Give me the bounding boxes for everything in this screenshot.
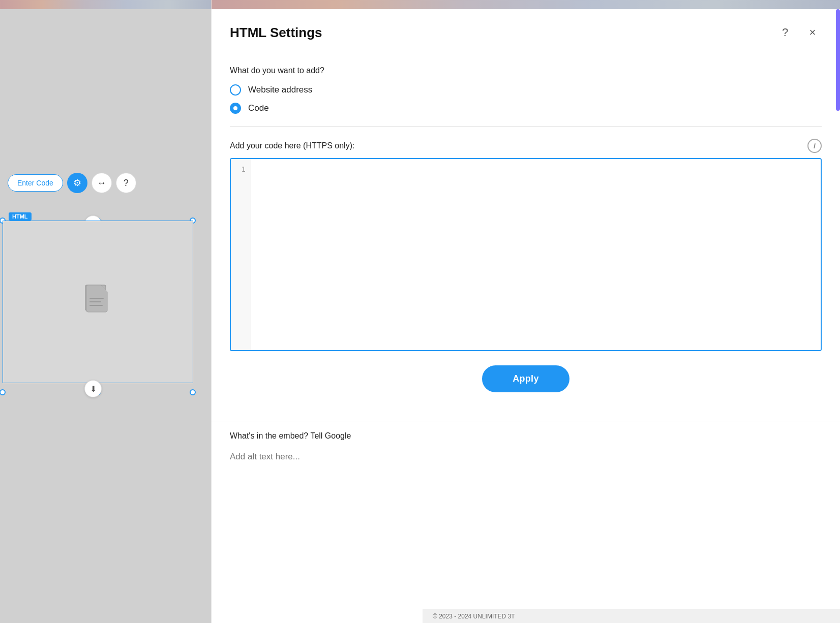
panel-header-icons: ? ×	[776, 23, 822, 42]
handle-bottom-left[interactable]	[0, 389, 6, 395]
radio-website-label: Website address	[248, 85, 312, 95]
radio-option-website[interactable]: Website address	[230, 84, 822, 96]
code-editor: 1	[230, 158, 822, 351]
radio-code-label: Code	[248, 103, 269, 113]
panel-header: HTML Settings ? ×	[212, 9, 840, 54]
panel-top-bar	[212, 0, 840, 9]
gear-icon: ⚙	[73, 177, 81, 189]
settings-panel: HTML Settings ? × What do you want to ad…	[211, 0, 840, 623]
html-block-wrapper: HTML ⬇ ⬇	[3, 213, 198, 386]
html-block	[3, 221, 193, 383]
toolbar: Enter Code ⚙ ↔ ?	[8, 173, 136, 193]
enter-code-button[interactable]: Enter Code	[8, 174, 63, 192]
download-handle-bottom[interactable]: ⬇	[84, 380, 102, 397]
radio-option-code[interactable]: Code	[230, 103, 822, 114]
bottom-text: © 2023 - 2024 UNLIMITED 3T	[433, 613, 515, 620]
close-icon: ×	[809, 26, 816, 39]
code-textarea[interactable]	[251, 159, 821, 350]
bottom-bar: © 2023 - 2024 UNLIMITED 3T	[423, 609, 840, 623]
right-accent-bar	[836, 9, 840, 111]
help-button-toolbar[interactable]: ?	[116, 173, 136, 193]
download-icon-bottom: ⬇	[90, 384, 97, 394]
apply-button[interactable]: Apply	[482, 365, 569, 392]
code-section-header: Add your code here (HTTPS only): i	[230, 139, 822, 153]
line-numbers: 1	[231, 159, 251, 350]
radio-code[interactable]	[230, 103, 241, 114]
resize-button[interactable]: ↔	[92, 173, 112, 193]
canvas-area: Enter Code ⚙ ↔ ? HTML ⬇	[0, 0, 211, 623]
file-icon	[83, 284, 113, 320]
divider-radio	[230, 126, 822, 127]
line-number-1: 1	[236, 165, 246, 173]
html-label: HTML	[9, 212, 32, 221]
code-section-label-text: Add your code here (HTTPS only):	[230, 141, 354, 150]
canvas-top-pattern	[0, 0, 211, 9]
panel-content: What do you want to add? Website address…	[212, 54, 840, 421]
resize-icon: ↔	[97, 178, 106, 189]
apply-btn-wrapper: Apply	[230, 365, 822, 392]
question-mark-icon: ?	[782, 26, 788, 39]
panel-title: HTML Settings	[230, 25, 322, 41]
bottom-divider	[212, 421, 840, 421]
question-icon: ?	[124, 178, 129, 189]
info-icon[interactable]: i	[807, 139, 822, 153]
radio-website[interactable]	[230, 84, 241, 96]
handle-bottom-right[interactable]	[190, 389, 196, 395]
settings-button[interactable]: ⚙	[67, 173, 87, 193]
help-icon-button[interactable]: ?	[776, 23, 794, 42]
tell-google-label: What's in the embed? Tell Google	[230, 431, 822, 441]
alt-text-input[interactable]	[230, 448, 822, 466]
tell-google-section: What's in the embed? Tell Google	[212, 431, 840, 476]
close-button[interactable]: ×	[803, 23, 822, 42]
radio-group: Website address Code	[230, 84, 822, 114]
section-question: What do you want to add?	[230, 66, 822, 75]
